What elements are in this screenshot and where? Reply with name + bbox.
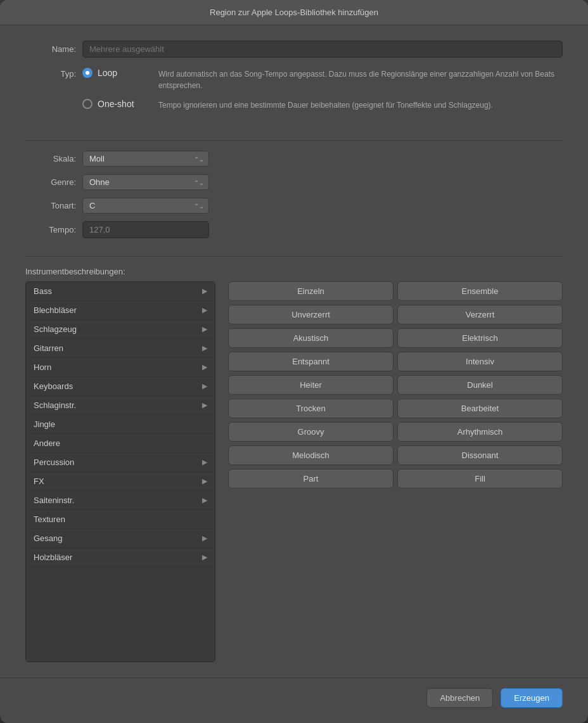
chevron-right-icon: ▶ [202,401,207,409]
dialog-content: Name: Typ: Loop Wird automatisch an das … [0,25,588,677]
loop-radio[interactable] [82,68,93,78]
attribute-button[interactable]: Arhythmisch [397,422,563,442]
type-section: Typ: Loop Wird automatisch an das Song-T… [25,68,563,118]
instrument-item[interactable]: Texturen [26,510,215,529]
footer: Abbrechen Erzeugen [0,677,588,723]
attr-button-row: EinzelnEnsemble [228,281,563,301]
instrument-name: Blechbläser [34,305,77,315]
attribute-button[interactable]: Heiter [228,375,393,395]
attribute-button[interactable]: Entspannt [228,352,393,371]
attr-button-row: GroovyArhythmisch [228,422,563,442]
instrument-item[interactable]: Blechbläser▶ [26,301,215,320]
generate-button[interactable]: Erzeugen [501,688,563,708]
divider-2 [25,256,563,257]
type-options: Loop Wird automatisch an das Song-Tempo … [82,68,563,118]
tempo-input[interactable] [82,221,209,238]
genre-row: Genre: Ohne Rock Jazz [25,174,563,190]
dialog-title: Region zur Apple Loops-Bibliothek hinzuf… [0,0,588,25]
instrument-name: Gesang [34,534,63,543]
instrument-item[interactable]: FX▶ [26,472,215,491]
loop-option[interactable]: Loop Wird automatisch an das Song-Tempo … [82,68,563,91]
cancel-button[interactable]: Abbrechen [426,688,493,708]
attr-button-row: PartFill [228,469,563,489]
skala-label: Skala: [25,154,76,163]
instrument-item[interactable]: Gesang▶ [26,529,215,548]
skala-select[interactable]: Moll Dur Keine [82,151,209,167]
dialog-window: Region zur Apple Loops-Bibliothek hinzuf… [0,0,588,723]
chevron-right-icon: ▶ [202,325,207,333]
instrument-item[interactable]: Holzbläser▶ [26,548,215,567]
genre-select[interactable]: Ohne Rock Jazz [82,174,209,190]
attribute-button[interactable]: Verzerrt [397,305,563,324]
instrument-name: Holzbläser [34,553,72,562]
attribute-button[interactable]: Intensiv [397,352,563,371]
chevron-right-icon: ▶ [202,344,207,352]
tempo-label: Tempo: [25,225,76,234]
tonart-select[interactable]: C D E F G A B [82,198,209,214]
tonart-select-wrapper: C D E F G A B [82,198,209,214]
attribute-button[interactable]: Ensemble [397,281,563,301]
attribute-button[interactable]: Elektrisch [397,328,563,348]
name-row: Name: [25,41,563,58]
chevron-right-icon: ▶ [202,363,207,371]
instrument-name: Texturen [34,515,65,524]
skala-select-wrapper: Moll Dur Keine [82,151,209,167]
attribute-button[interactable]: Dunkel [397,375,563,395]
chevron-right-icon: ▶ [202,534,207,542]
instrument-name: Horn [34,362,51,372]
genre-select-wrapper: Ohne Rock Jazz [82,174,209,190]
instrument-name: Andere [34,438,60,448]
oneshot-desc: Tempo ignorieren und eine bestimmte Daue… [158,99,563,111]
attribute-button[interactable]: Melodisch [228,445,393,465]
instrument-item[interactable]: Jingle [26,415,215,434]
attr-button-row: HeiterDunkel [228,375,563,395]
instruments-area: Bass▶Blechbläser▶Schlagzeug▶Gitarren▶Hor… [25,281,563,662]
instrument-name: Bass [34,286,52,296]
attribute-button[interactable]: Einzeln [228,281,393,301]
tonart-label: Tonart: [25,201,76,210]
attributes-area: EinzelnEnsembleUnverzerrtVerzerrtAkustis… [228,281,563,662]
instrument-item[interactable]: Percussion▶ [26,453,215,472]
instrument-item[interactable]: Schlagzeug▶ [26,320,215,339]
tonart-row: Tonart: C D E F G A B [25,198,563,214]
instrument-item[interactable]: Bass▶ [26,282,215,301]
instrument-item[interactable]: Andere [26,434,215,453]
instrument-item[interactable]: Saiteninstr.▶ [26,491,215,510]
attr-button-row: EntspanntIntensiv [228,352,563,371]
attribute-button[interactable]: Groovy [228,422,393,442]
instrument-name: Keyboards [34,381,73,391]
instrument-list: Bass▶Blechbläser▶Schlagzeug▶Gitarren▶Hor… [25,281,215,662]
type-label: Typ: [25,68,76,118]
instrument-name: Schlagzeug [34,324,77,334]
instrument-item[interactable]: Horn▶ [26,358,215,377]
instrument-name: Percussion [34,457,74,467]
attribute-button[interactable]: Dissonant [397,445,563,465]
instrument-name: FX [34,477,44,486]
attribute-button[interactable]: Fill [397,469,563,489]
oneshot-radio[interactable] [82,99,93,109]
chevron-right-icon: ▶ [202,287,207,295]
chevron-right-icon: ▶ [202,306,207,314]
attr-button-row: AkustischElektrisch [228,328,563,348]
instrument-name: Schlaginstr. [34,400,76,410]
instrument-item[interactable]: Schlaginstr.▶ [26,396,215,415]
attribute-button[interactable]: Unverzerrt [228,305,393,324]
chevron-right-icon: ▶ [202,553,207,561]
instrument-item[interactable]: Keyboards▶ [26,377,215,396]
instruments-label: Instrumentbeschreibungen: [25,267,563,276]
attribute-button[interactable]: Akustisch [228,328,393,348]
instrument-item[interactable]: Gitarren▶ [26,339,215,358]
chevron-right-icon: ▶ [202,382,207,390]
loop-desc: Wird automatisch an das Song-Tempo angep… [158,68,563,91]
genre-label: Genre: [25,177,76,187]
attribute-button[interactable]: Bearbeitet [397,399,563,418]
attribute-button[interactable]: Part [228,469,393,489]
oneshot-option-label: One-shot [82,99,158,109]
attribute-button[interactable]: Trocken [228,399,393,418]
chevron-right-icon: ▶ [202,458,207,466]
name-input[interactable] [82,41,563,58]
tempo-row: Tempo: [25,221,563,238]
oneshot-label: One-shot [98,99,134,109]
skala-row: Skala: Moll Dur Keine [25,151,563,167]
oneshot-option[interactable]: One-shot Tempo ignorieren und eine besti… [82,99,563,111]
